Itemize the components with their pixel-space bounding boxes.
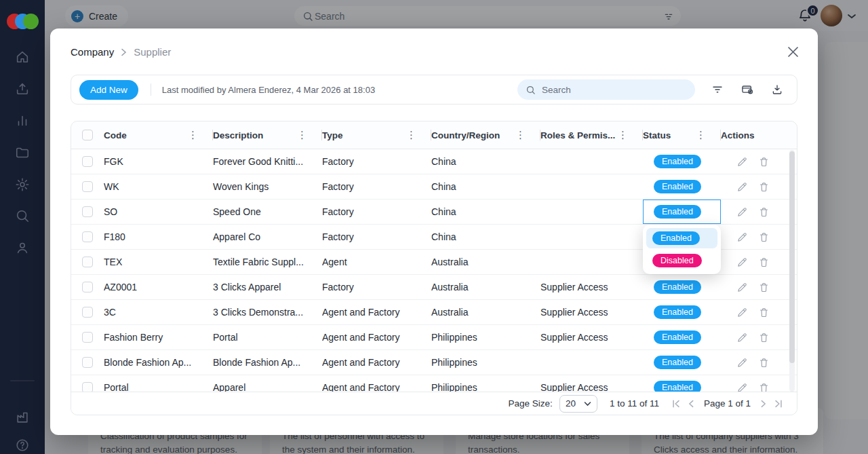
status-badge[interactable]: Enabled bbox=[654, 155, 701, 168]
cell-actions bbox=[721, 281, 797, 293]
edit-icon[interactable] bbox=[736, 181, 748, 193]
cell-status[interactable]: Enabled bbox=[643, 174, 721, 199]
cell-status[interactable]: Enabled bbox=[643, 149, 721, 174]
status-badge[interactable]: Enabled bbox=[654, 356, 701, 369]
row-checkbox[interactable] bbox=[82, 282, 93, 292]
edit-icon[interactable] bbox=[736, 331, 748, 343]
app-logo-icon[interactable] bbox=[7, 14, 38, 30]
cell-actions bbox=[721, 155, 797, 168]
row-checkbox[interactable] bbox=[82, 156, 93, 167]
delete-icon[interactable] bbox=[757, 181, 770, 193]
cell-description: 3 Clicks Demonstra... bbox=[213, 307, 322, 318]
column-header-label: Actions bbox=[721, 130, 755, 140]
table-search[interactable] bbox=[517, 79, 695, 100]
column-menu-icon[interactable]: ⋮ bbox=[616, 129, 629, 141]
status-badge[interactable]: Enabled bbox=[654, 280, 701, 294]
manage-columns-icon[interactable] bbox=[740, 82, 755, 97]
column-menu-icon[interactable]: ⋮ bbox=[186, 129, 199, 141]
column-header-label: Type bbox=[322, 130, 343, 140]
column-menu-icon[interactable]: ⋮ bbox=[514, 129, 527, 141]
filter-icon[interactable] bbox=[710, 82, 725, 97]
next-page-button[interactable] bbox=[756, 397, 771, 411]
cell-status[interactable]: Enabled bbox=[643, 200, 721, 224]
row-checkbox[interactable] bbox=[82, 181, 93, 192]
header-checkbox-cell bbox=[71, 121, 104, 149]
scrollbar-thumb[interactable] bbox=[789, 151, 795, 363]
breadcrumb-company[interactable]: Company bbox=[71, 46, 114, 58]
status-option-enabled[interactable]: Enabled bbox=[646, 228, 717, 248]
column-header-label: Status bbox=[643, 130, 671, 140]
cell-status[interactable]: Enabled bbox=[643, 275, 721, 299]
select-all-checkbox[interactable] bbox=[82, 130, 93, 140]
row-checkbox-cell bbox=[71, 300, 104, 324]
column-header: Description⋮ bbox=[213, 121, 322, 149]
row-checkbox[interactable] bbox=[82, 206, 93, 217]
column-menu-icon[interactable]: ⋮ bbox=[296, 129, 309, 141]
status-badge[interactable]: Enabled bbox=[654, 330, 701, 344]
cell-description: Blonde Fashion Ap... bbox=[213, 357, 322, 368]
row-checkbox-cell bbox=[71, 200, 104, 224]
column-menu-icon[interactable]: ⋮ bbox=[694, 129, 707, 141]
delete-icon[interactable] bbox=[757, 206, 770, 218]
first-page-button[interactable] bbox=[669, 397, 684, 411]
delete-icon[interactable] bbox=[757, 155, 770, 168]
status-option-disabled[interactable]: Disabled bbox=[646, 250, 717, 271]
delete-icon[interactable] bbox=[757, 331, 770, 343]
cell-type: Agent and Factory bbox=[322, 307, 431, 318]
cell-type: Agent and Factory bbox=[322, 332, 431, 343]
status-badge[interactable]: Enabled bbox=[654, 305, 701, 319]
edit-icon[interactable] bbox=[736, 356, 748, 368]
cell-status[interactable]: Enabled bbox=[643, 350, 721, 375]
prev-page-button[interactable] bbox=[684, 397, 698, 411]
row-checkbox[interactable] bbox=[82, 332, 93, 343]
delete-icon[interactable] bbox=[757, 356, 770, 368]
edit-icon[interactable] bbox=[736, 306, 748, 318]
screen: + Create 0 Classification of product sam… bbox=[0, 0, 868, 454]
row-checkbox-cell bbox=[71, 174, 104, 199]
cell-type: Agent and Factory bbox=[322, 357, 431, 368]
edit-icon[interactable] bbox=[736, 281, 748, 293]
delete-icon[interactable] bbox=[757, 281, 770, 293]
column-header: Type⋮ bbox=[322, 121, 431, 149]
delete-icon[interactable] bbox=[757, 306, 770, 318]
toolbar-divider bbox=[151, 83, 151, 96]
edit-icon[interactable] bbox=[736, 206, 748, 218]
download-icon[interactable] bbox=[770, 82, 785, 97]
cell-status[interactable]: Enabled bbox=[643, 325, 721, 349]
cell-country: China bbox=[431, 206, 540, 217]
status-option-badge: Disabled bbox=[652, 254, 702, 267]
row-checkbox-cell bbox=[71, 250, 104, 274]
table-search-input[interactable] bbox=[540, 84, 687, 96]
last-page-button[interactable] bbox=[771, 397, 786, 411]
row-checkbox[interactable] bbox=[82, 257, 93, 267]
row-checkbox[interactable] bbox=[82, 231, 93, 242]
column-menu-icon[interactable]: ⋮ bbox=[405, 129, 418, 141]
row-checkbox-cell bbox=[71, 325, 104, 349]
delete-icon[interactable] bbox=[757, 256, 770, 268]
cell-code: 3C bbox=[104, 307, 213, 318]
table-row: 3C3 Clicks Demonstra...Agent and Factory… bbox=[71, 300, 797, 325]
table-body: FGKForever Good Knitti...FactoryChinaEna… bbox=[71, 149, 797, 400]
delete-icon[interactable] bbox=[757, 231, 770, 243]
edit-icon[interactable] bbox=[736, 231, 748, 243]
edit-icon[interactable] bbox=[736, 256, 748, 268]
status-badge[interactable]: Enabled bbox=[654, 180, 701, 193]
edit-icon[interactable] bbox=[736, 155, 748, 168]
page-size-select[interactable]: 20 bbox=[559, 395, 597, 413]
row-checkbox[interactable] bbox=[82, 357, 93, 368]
table-row: SOSpeed OneFactoryChinaEnabled bbox=[71, 200, 797, 225]
page-text: Page 1 of 1 bbox=[704, 398, 751, 409]
cell-code: FGK bbox=[104, 156, 213, 167]
cell-actions bbox=[721, 231, 797, 243]
close-button[interactable] bbox=[785, 44, 800, 59]
cell-description: Forever Good Knitti... bbox=[213, 156, 322, 167]
status-badge[interactable]: Enabled bbox=[654, 205, 701, 219]
range-text: 1 to 11 of 11 bbox=[610, 398, 659, 409]
status-option-badge: Enabled bbox=[652, 231, 700, 245]
table-row: Fashion BerryPortalAgent and FactoryPhil… bbox=[71, 325, 797, 350]
cell-description: Woven Kings bbox=[213, 181, 322, 192]
row-checkbox[interactable] bbox=[82, 307, 93, 318]
add-new-button[interactable]: Add New bbox=[79, 80, 138, 100]
cell-country: Australia bbox=[431, 307, 540, 318]
cell-status[interactable]: Enabled bbox=[643, 300, 721, 324]
